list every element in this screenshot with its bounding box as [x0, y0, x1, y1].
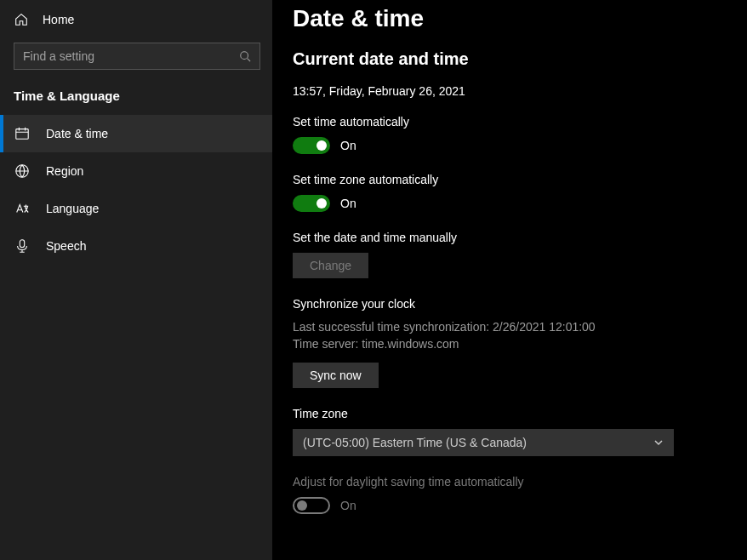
tz-label: Time zone	[293, 407, 747, 420]
search-container	[0, 36, 272, 80]
manual-label: Set the date and time manually	[293, 231, 747, 244]
auto-time-toggle[interactable]	[293, 137, 330, 154]
chevron-down-icon	[653, 437, 664, 448]
auto-tz-toggle[interactable]	[293, 195, 330, 212]
globe-icon	[14, 163, 31, 179]
dst-group: Adjust for daylight saving time automati…	[293, 475, 747, 514]
auto-time-group: Set time automatically On	[293, 115, 747, 154]
sync-now-button[interactable]: Sync now	[293, 363, 379, 388]
svg-point-0	[241, 52, 248, 60]
sync-last: Last successful time synchronization: 2/…	[293, 319, 747, 336]
search-input[interactable]	[23, 49, 239, 63]
sidebar-item-label: Speech	[46, 239, 86, 253]
home-button[interactable]: Home	[0, 3, 272, 36]
search-icon	[239, 50, 251, 62]
datetime-icon	[14, 126, 31, 141]
sync-server: Time server: time.windows.com	[293, 336, 747, 353]
main-content: Date & time Current date and time 13:57,…	[272, 0, 747, 560]
current-datetime: 13:57, Friday, February 26, 2021	[293, 84, 747, 98]
home-label: Home	[43, 13, 74, 26]
sync-group: Synchronize your clock Last successful t…	[293, 297, 747, 388]
dst-toggle	[293, 497, 330, 514]
tz-dropdown[interactable]: (UTC-05:00) Eastern Time (US & Canada)	[293, 429, 674, 456]
svg-rect-1	[16, 129, 28, 140]
dst-state: On	[340, 499, 356, 512]
auto-tz-group: Set time zone automatically On	[293, 173, 747, 212]
change-button[interactable]: Change	[293, 253, 368, 278]
auto-time-label: Set time automatically	[293, 115, 747, 129]
subtitle: Current date and time	[293, 49, 747, 69]
sidebar-item-datetime[interactable]: Date & time	[0, 115, 272, 152]
home-icon	[14, 12, 29, 27]
sidebar-item-language[interactable]: Language	[0, 190, 272, 227]
dst-label: Adjust for daylight saving time automati…	[293, 475, 747, 489]
auto-time-state: On	[340, 139, 356, 152]
auto-tz-state: On	[340, 197, 356, 210]
sidebar-item-region[interactable]: Region	[0, 152, 272, 190]
sync-info: Last successful time synchronization: 2/…	[293, 319, 747, 352]
language-icon	[14, 201, 31, 216]
sidebar-item-label: Language	[46, 202, 99, 215]
tz-group: Time zone (UTC-05:00) Eastern Time (US &…	[293, 407, 747, 456]
sidebar-item-label: Date & time	[46, 127, 108, 140]
sidebar: Home Time & Language Date & time R	[0, 0, 272, 560]
tz-value: (UTC-05:00) Eastern Time (US & Canada)	[303, 436, 527, 449]
svg-rect-3	[20, 240, 24, 248]
manual-group: Set the date and time manually Change	[293, 231, 747, 278]
page-title: Date & time	[293, 5, 747, 32]
search-box[interactable]	[14, 43, 260, 70]
auto-tz-label: Set time zone automatically	[293, 173, 747, 186]
sidebar-item-speech[interactable]: Speech	[0, 227, 272, 265]
section-title: Time & Language	[0, 80, 272, 115]
sync-title: Synchronize your clock	[293, 297, 747, 311]
microphone-icon	[14, 238, 31, 254]
sidebar-item-label: Region	[46, 164, 83, 178]
